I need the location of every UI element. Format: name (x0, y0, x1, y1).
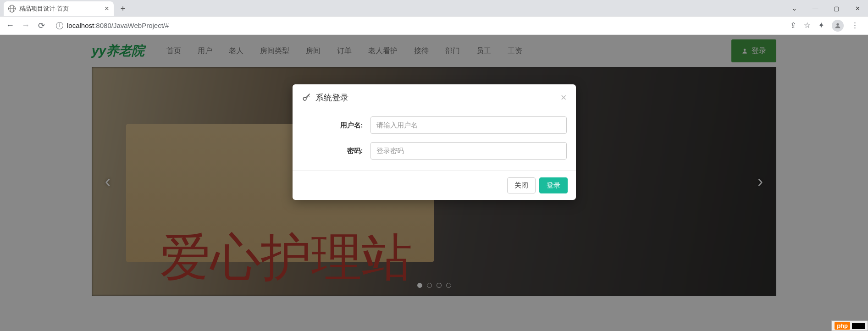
site-info-icon[interactable]: i (56, 22, 63, 29)
new-tab-button[interactable]: + (116, 2, 129, 15)
window-maximize-icon[interactable]: ▢ (826, 0, 847, 17)
globe-icon (8, 5, 16, 12)
password-input[interactable] (370, 142, 567, 160)
close-button[interactable]: 关闭 (507, 177, 536, 193)
form-row-password: 密码: (302, 142, 567, 160)
modal-close-icon[interactable]: × (561, 92, 567, 104)
tab-title: 精品项目设计-首页 (19, 5, 101, 13)
modal-header: 系统登录 × (293, 84, 576, 110)
tab-close-icon[interactable]: × (105, 4, 109, 13)
toolbar-right: ⇪ ☆ ✦ ⋮ (790, 20, 863, 32)
window-minimize-icon[interactable]: — (805, 0, 826, 17)
url-host: localhost (67, 22, 94, 29)
php-badge-label: php (835, 322, 850, 330)
menu-icon[interactable]: ⋮ (851, 21, 859, 30)
url: localhost:8080/JavaWebProject/# (67, 22, 169, 29)
browser-tab-strip: 精品项目设计-首页 × + ⌄ — ▢ ✕ (0, 0, 868, 17)
window-dropdown-icon[interactable]: ⌄ (784, 0, 805, 17)
password-label: 密码: (302, 147, 370, 155)
php-badge: php (831, 320, 868, 331)
php-badge-box (852, 323, 865, 329)
browser-toolbar: ← → ⟳ i localhost:8080/JavaWebProject/# … (0, 17, 868, 35)
login-modal: 系统登录 × 用户名: 密码: 关闭 登录 (293, 84, 576, 200)
bookmark-icon[interactable]: ☆ (804, 21, 811, 30)
page: yy养老院 首页 用户 老人 房间类型 房间 订单 老人看护 接待 部门 员工 … (0, 35, 868, 331)
window-close-icon[interactable]: ✕ (847, 0, 868, 17)
key-icon (302, 93, 311, 102)
username-label: 用户名: (302, 121, 370, 130)
reload-button[interactable]: ⟳ (36, 20, 47, 31)
browser-tab[interactable]: 精品项目设计-首页 × (4, 1, 114, 16)
window-controls: ⌄ — ▢ ✕ (784, 0, 868, 17)
modal-body: 用户名: 密码: (293, 110, 576, 171)
url-path: /JavaWebProject/# (111, 22, 169, 29)
svg-point-0 (836, 23, 839, 25)
submit-button[interactable]: 登录 (539, 177, 568, 193)
extensions-icon[interactable]: ✦ (818, 21, 824, 30)
back-button[interactable]: ← (5, 20, 16, 31)
address-bar[interactable]: i localhost:8080/JavaWebProject/# (51, 19, 785, 33)
share-icon[interactable]: ⇪ (790, 21, 796, 30)
form-row-username: 用户名: (302, 116, 567, 134)
modal-title: 系统登录 (315, 92, 348, 103)
username-input[interactable] (370, 116, 567, 134)
modal-footer: 关闭 登录 (293, 171, 576, 200)
profile-avatar[interactable] (832, 20, 844, 32)
forward-button[interactable]: → (20, 20, 31, 31)
url-port: :8080 (94, 22, 111, 29)
